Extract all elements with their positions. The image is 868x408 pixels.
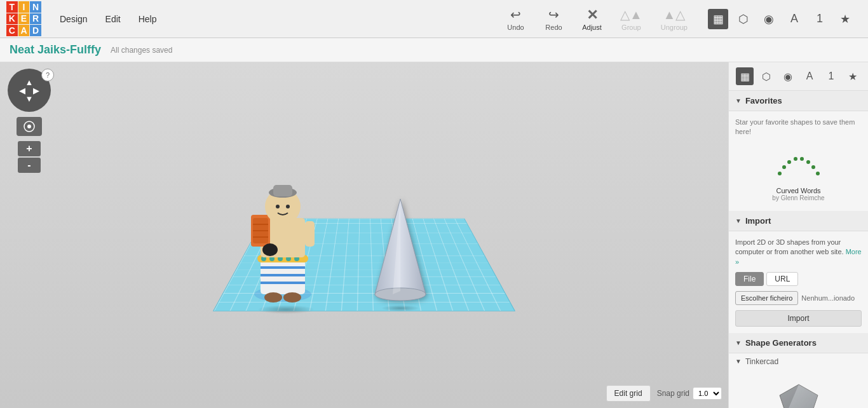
svg-rect-24 — [305, 221, 315, 247]
favorites-label: Favorites — [745, 96, 782, 105]
character-shadow — [257, 305, 315, 314]
toolbar-actions: ↩ Undo ↪ Redo ✕ Adjust △▲ Group ▲△ Ungro… — [498, 4, 695, 34]
import-arrow-icon: ▼ — [735, 217, 742, 224]
right-icons-bar: ▦ ⬡ ◉ A 1 ★ — [708, 9, 862, 29]
nav-menu: Design Edit Help — [51, 9, 166, 29]
letter-a-icon[interactable]: A — [801, 67, 818, 85]
tinkercad-subsection[interactable]: ▼ Tinkercad — [729, 353, 868, 370]
choose-file-row: Escolher ficheiro Nenhum...ionado — [735, 291, 862, 305]
canvas-area[interactable]: ▲ ◀ ▶ ▼ ? — [0, 62, 728, 408]
panel-collapse-button[interactable]: › — [728, 222, 729, 248]
svg-point-32 — [782, 165, 786, 169]
view-button[interactable] — [17, 117, 42, 136]
app-logo[interactable]: T I N K E R C A D — [6, 1, 41, 36]
svg-point-34 — [794, 157, 797, 161]
zoom-controls: + - — [18, 141, 41, 173]
svg-point-33 — [787, 160, 791, 164]
character-object[interactable] — [241, 161, 324, 309]
top-bar: T I N K E R C A D Design Edit Help ↩ Und… — [0, 0, 868, 38]
logo-cell-t: T — [6, 1, 18, 13]
group-label: Group — [621, 24, 641, 31]
adjust-icon: ✕ — [587, 7, 598, 24]
polygon-item[interactable]: Polygon by Tinkercad - Pe... — [735, 375, 862, 408]
wire-globe-icon[interactable]: ◉ — [779, 67, 797, 85]
choose-file-button[interactable]: Escolher ficheiro — [735, 291, 798, 305]
logo-cell-a: A — [18, 25, 30, 36]
nav-help[interactable]: Help — [130, 9, 166, 29]
svg-point-22 — [276, 205, 280, 208]
ungroup-button[interactable]: ▲△ Ungroup — [653, 4, 695, 34]
project-bar: Neat Jaiks-Fulffy All changes saved — [0, 38, 868, 62]
globe-icon[interactable]: ◉ — [759, 9, 779, 29]
svg-point-1 — [27, 125, 31, 128]
svg-point-37 — [811, 165, 815, 169]
shape-generators-label: Shape Generators — [745, 338, 817, 348]
redo-icon: ↪ — [548, 7, 559, 22]
nav-edit[interactable]: Edit — [97, 9, 130, 29]
shape-generators-section-header[interactable]: ▼ Shape Generators — [729, 333, 868, 353]
main-content: ▲ ◀ ▶ ▼ ? — [0, 62, 868, 408]
tinkercad-subsection-label: Tinkercad — [745, 357, 778, 366]
curved-words-preview — [773, 147, 824, 185]
viewport[interactable]: ▲ ◀ ▶ ▼ ? — [0, 62, 728, 408]
adjust-label: Adjust — [582, 24, 602, 31]
logo-cell-d: D — [30, 25, 41, 36]
import-desc-text: Import 2D or 3D shapes from your compute… — [735, 238, 844, 255]
import-label: Import — [745, 216, 771, 226]
shape-generators-arrow-icon: ▼ — [735, 339, 742, 346]
snap-grid-select[interactable]: 1.0 0.5 2.0 — [693, 387, 722, 400]
import-section-header[interactable]: ▼ Import — [729, 211, 868, 231]
svg-point-36 — [806, 160, 810, 164]
ungroup-icon: ▲△ — [663, 7, 686, 22]
svg-point-26 — [283, 292, 301, 303]
favorites-section-header[interactable]: ▼ Favorites — [729, 91, 868, 111]
edit-grid-button[interactable]: Edit grid — [606, 385, 651, 402]
zoom-in-button[interactable]: + — [18, 141, 41, 156]
undo-button[interactable]: ↩ Undo — [498, 4, 533, 34]
cube-view-icon[interactable]: ⬡ — [733, 9, 754, 29]
import-content: Import 2D or 3D shapes from your compute… — [729, 231, 868, 333]
curved-words-name: Curved Words — [776, 187, 820, 194]
logo-cell-r: R — [30, 13, 41, 25]
import-description: Import 2D or 3D shapes from your compute… — [735, 238, 862, 267]
cone-object[interactable] — [369, 196, 432, 306]
favorites-description: Star your favorite shapes to save them h… — [735, 118, 862, 137]
number-icon[interactable]: 1 — [810, 9, 830, 29]
redo-button[interactable]: ↪ Redo — [536, 4, 571, 34]
logo-cell-k: K — [6, 13, 18, 25]
bottom-toolbar: Edit grid Snap grid 1.0 0.5 2.0 — [606, 385, 722, 402]
favorites-arrow-icon: ▼ — [735, 97, 742, 104]
group-button[interactable]: △▲ Group — [613, 4, 650, 34]
file-name-display: Nenhum...ionado — [801, 294, 862, 302]
number-1-icon[interactable]: 1 — [822, 67, 840, 85]
polygon-preview — [776, 378, 821, 408]
grid-shapes-icon[interactable]: ▦ — [736, 67, 754, 85]
solid-cube-icon[interactable]: ⬡ — [757, 67, 775, 85]
import-tabs: File URL — [735, 272, 862, 286]
star-fav-icon[interactable]: ★ — [844, 67, 862, 85]
nav-design[interactable]: Design — [51, 9, 97, 29]
svg-rect-21 — [273, 185, 292, 196]
text-icon[interactable]: A — [784, 9, 804, 29]
import-tab-url[interactable]: URL — [766, 272, 798, 286]
favorites-content: Star your favorite shapes to save them h… — [729, 111, 868, 211]
help-button[interactable]: ? — [41, 69, 54, 81]
adjust-button[interactable]: ✕ Adjust — [574, 4, 609, 34]
svg-point-35 — [800, 157, 804, 161]
import-tab-file[interactable]: File — [735, 272, 764, 286]
ungroup-label: Ungroup — [661, 24, 688, 31]
svg-point-27 — [262, 243, 278, 256]
snap-grid-control: Snap grid 1.0 0.5 2.0 — [657, 387, 722, 400]
curved-words-author: by Glenn Reimche — [772, 194, 824, 201]
grid-view-toggle[interactable]: ▦ — [708, 9, 728, 29]
group-icon: △▲ — [620, 7, 642, 22]
tinkercad-arrow-icon: ▼ — [735, 358, 742, 365]
save-status: All changes saved — [111, 46, 172, 55]
project-name[interactable]: Neat Jaiks-Fulffy — [10, 43, 101, 57]
star-icon[interactable]: ★ — [835, 9, 855, 29]
curved-words-item[interactable]: Curved Words by Glenn Reimche — [735, 144, 862, 205]
import-button[interactable]: Import — [735, 310, 862, 327]
svg-point-23 — [286, 205, 290, 208]
zoom-out-button[interactable]: - — [18, 158, 41, 173]
polygon-item-container: Polygon by Tinkercad - Pe... — [729, 370, 868, 408]
